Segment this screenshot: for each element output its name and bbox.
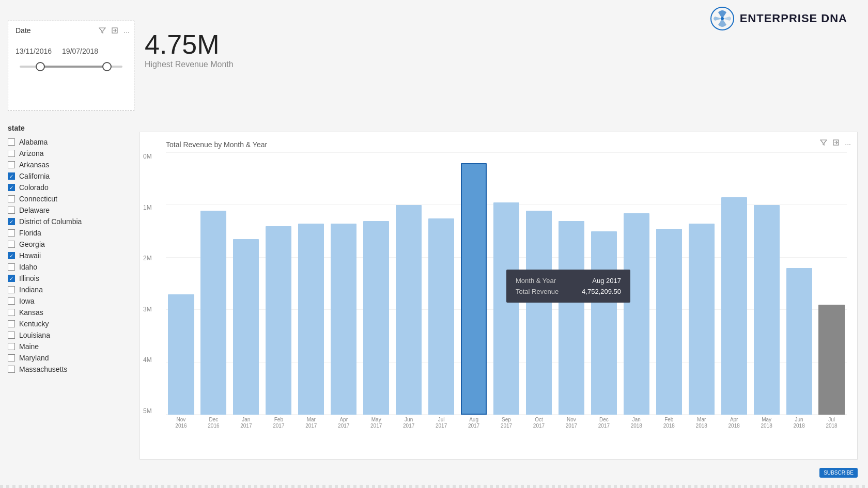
state-item[interactable]: Colorado [8,182,134,193]
state-item[interactable]: Hawaii [8,250,134,261]
state-item[interactable]: Georgia [8,239,134,250]
state-checkbox[interactable] [8,150,15,157]
state-checkbox[interactable] [8,161,15,168]
bar[interactable] [689,224,715,415]
state-checkbox[interactable] [8,320,15,327]
bar-group[interactable]: Nov2016 [166,153,196,415]
state-checkbox[interactable] [8,138,15,146]
state-item[interactable]: Alabama [8,136,134,148]
state-checkbox[interactable] [8,241,15,248]
state-checkbox[interactable] [8,297,15,305]
bar-group[interactable]: Nov2017 [556,153,586,415]
state-item[interactable]: Arkansas [8,159,134,170]
bar-group[interactable]: Dec2017 [588,153,619,415]
kpi-value: 4.75M [145,31,234,58]
state-item[interactable]: Iowa [8,295,134,307]
bar[interactable] [298,224,324,415]
bars-wrapper[interactable]: Nov2016Dec2016Jan2017Feb2017Mar2017Apr20… [166,153,847,415]
bar-group[interactable]: Mar2017 [296,153,327,415]
x-axis-label: Nov2016 [166,417,196,429]
state-item[interactable]: Indiana [8,284,134,295]
date-slider-track[interactable] [20,66,122,68]
state-item[interactable]: Florida [8,227,134,239]
bar[interactable] [428,218,454,415]
state-item[interactable]: Maine [8,341,134,352]
bar-group[interactable]: Dec2016 [198,153,229,415]
filter-icon[interactable] [99,27,106,34]
bar-group[interactable]: Jul2017 [426,153,457,415]
bar[interactable] [656,229,682,415]
chart-filter-icon[interactable] [820,139,827,146]
state-item[interactable]: Connecticut [8,193,134,204]
bar[interactable] [168,294,194,415]
bar[interactable] [591,231,617,415]
state-checkbox[interactable] [8,172,15,180]
bar[interactable] [331,224,357,415]
bar[interactable] [233,239,259,415]
state-item[interactable]: Idaho [8,261,134,273]
state-label: Maine [19,342,39,351]
state-checkbox[interactable] [8,286,15,293]
bar[interactable] [559,221,584,415]
state-checkbox[interactable] [8,207,15,214]
bar[interactable] [200,211,226,415]
bar[interactable] [721,197,747,415]
state-label: Idaho [19,263,37,271]
y-axis-label: 4M [143,356,152,364]
state-checkbox[interactable] [8,354,15,361]
slider-thumb-right[interactable] [102,62,112,71]
state-item[interactable]: District of Columbia [8,216,134,227]
export-icon[interactable] [111,27,118,34]
state-checkbox[interactable] [8,366,15,373]
bar-group[interactable]: Jun2017 [394,153,424,415]
state-item[interactable]: Kansas [8,307,134,318]
bar[interactable] [786,268,812,415]
bar-group[interactable]: Aug2017 [459,153,489,415]
state-item[interactable]: Louisiana [8,329,134,341]
bar-group[interactable]: Sep2017 [491,153,522,415]
bar-group[interactable]: Jan2017 [231,153,261,415]
state-checkbox[interactable] [8,218,15,225]
bar-group[interactable]: Feb2018 [654,153,684,415]
bar[interactable] [266,226,291,415]
bar[interactable] [363,221,389,415]
bar-group[interactable]: Apr2017 [329,153,359,415]
state-checkbox[interactable] [8,252,15,259]
bar-group[interactable]: May2017 [361,153,392,415]
state-item[interactable]: California [8,170,134,182]
chart-export-icon[interactable] [832,139,840,146]
bar-group[interactable]: Jan2018 [621,153,652,415]
state-item[interactable]: Massachusetts [8,364,134,375]
bar-group[interactable]: Feb2017 [264,153,294,415]
bar-group[interactable]: May2018 [751,153,782,415]
state-checkbox[interactable] [8,184,15,191]
state-checkbox[interactable] [8,343,15,350]
bar[interactable] [526,211,552,415]
state-item[interactable]: Arizona [8,148,134,159]
state-item[interactable]: Kentucky [8,318,134,329]
bar[interactable] [624,213,649,415]
bar[interactable] [396,205,422,415]
state-checkbox[interactable] [8,195,15,202]
bar-group[interactable]: Apr2018 [719,153,749,415]
state-checkbox[interactable] [8,332,15,339]
bar[interactable] [754,205,780,415]
state-checkbox[interactable] [8,309,15,316]
state-checkbox[interactable] [8,263,15,271]
state-item[interactable]: Maryland [8,352,134,364]
state-checkbox[interactable] [8,229,15,237]
state-item[interactable]: Delaware [8,204,134,216]
bar[interactable] [493,202,519,415]
bar[interactable] [818,305,844,415]
bar-group[interactable]: Oct2017 [523,153,554,415]
slider-thumb-left[interactable] [36,62,45,71]
bar-group[interactable]: Jul2018 [816,153,847,415]
bar[interactable] [461,163,487,415]
bar-group[interactable]: Jun2018 [784,153,814,415]
more-icon[interactable]: ... [123,26,130,35]
bar-group[interactable]: Mar2018 [686,153,717,415]
subscribe-button[interactable]: SUBSCRIBE [819,468,858,478]
state-checkbox[interactable] [8,275,15,282]
chart-more-icon[interactable]: ... [845,138,851,147]
state-item[interactable]: Illinois [8,273,134,284]
